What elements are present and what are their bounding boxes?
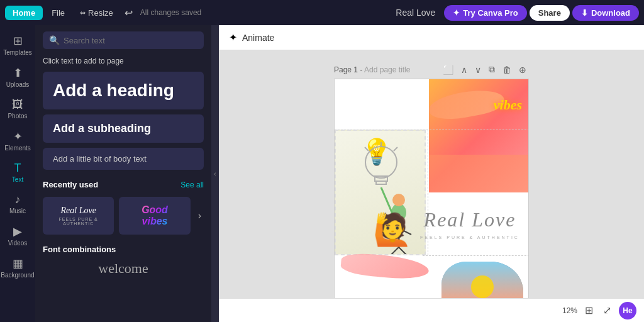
sidebar-item-videos[interactable]: ▶ Videos (2, 221, 33, 250)
sidebar-item-music[interactable]: ♪ Music (2, 189, 33, 218)
sidebar-item-photos[interactable]: 🖼 Photos (2, 94, 33, 123)
left-image (335, 130, 426, 255)
animate-bar: ✦ Animate (219, 25, 644, 50)
sidebar-label-elements: Elements (4, 145, 31, 152)
sidebar-item-text[interactable]: T Text (2, 158, 33, 187)
star-icon: ✦ (453, 8, 460, 18)
canvas-area: ✦ Animate Page 1 - Add page title ⬜ ∧ ∨ … (219, 25, 644, 322)
page1-label-row: Page 1 - Add page title ⬜ ∧ ∨ ⧉ 🗑 ⊕ (334, 63, 529, 76)
undo-button[interactable]: ↩ (122, 4, 135, 21)
page1-down-button[interactable]: ∨ (472, 63, 484, 76)
svg-line-12 (399, 247, 408, 255)
text-panel: 🔍 Click text to add to page Add a headin… (35, 25, 211, 322)
share-button[interactable]: Share (530, 5, 570, 21)
good-vibes-preview: Goodvibes (142, 204, 168, 226)
font-combinations-title: Font combinations (43, 245, 204, 254)
page1-up-button[interactable]: ∧ (458, 63, 470, 76)
autosave-status: All changes saved (140, 8, 201, 17)
bottom-bar: 12% ⊞ ⤢ He (219, 298, 644, 322)
file-menu[interactable]: File (45, 6, 71, 20)
top-nav: Home File ⇔ Resize ↩ All changes saved R… (0, 0, 644, 25)
help-button[interactable]: He (619, 302, 636, 319)
sidebar-label-uploads: Uploads (6, 81, 30, 88)
dashed-horizontal-2 (335, 130, 529, 130)
sidebar-item-uploads[interactable]: ⬆ Uploads (2, 62, 33, 92)
sidebar-item-background[interactable]: ▦ Background (2, 253, 33, 282)
see-all-button[interactable]: See all (180, 180, 204, 189)
icon-sidebar: ⊞ Templates ⬆ Uploads 🖼 Photos ✦ Element… (0, 25, 35, 322)
real-love-main-text: Real Love (416, 208, 523, 231)
search-input[interactable] (64, 36, 197, 45)
animate-icon: ✦ (229, 31, 237, 43)
add-subheading-button[interactable]: Add a subheading (43, 114, 204, 143)
vibes-text: vibes (494, 97, 522, 113)
svg-line-4 (365, 147, 369, 151)
try-canva-pro-button[interactable]: ✦ Try Canva Pro (444, 5, 526, 21)
page1-delete-button[interactable]: 🗑 (500, 63, 514, 76)
photos-icon: 🖼 (12, 98, 23, 111)
svg-point-15 (471, 275, 494, 298)
svg-line-10 (399, 228, 411, 235)
recently-used-title: Recently used (43, 180, 98, 189)
sidebar-item-elements[interactable]: ✦ Elements (2, 126, 33, 155)
add-heading-button[interactable]: Add a heading (43, 72, 204, 109)
brush-stroke-pink (340, 252, 430, 281)
sidebar-label-templates: Templates (3, 49, 32, 56)
home-button[interactable]: Home (5, 6, 43, 20)
background-icon: ▦ (13, 257, 23, 270)
sidebar-label-text: Text (12, 176, 23, 183)
search-icon: 🔍 (49, 35, 60, 45)
download-button[interactable]: ⬇ Download (572, 5, 639, 21)
real-love-preview-sub: FEELS PURE & AUTHENTIC (50, 217, 106, 226)
svg-point-7 (392, 194, 405, 206)
text-icon: T (14, 162, 21, 175)
uploads-icon: ⬆ (13, 66, 23, 80)
sidebar-label-background: Background (1, 272, 34, 279)
svg-point-6 (391, 204, 406, 221)
sidebar-label-photos: Photos (8, 113, 27, 119)
page1-view-button[interactable]: ⬜ (440, 63, 456, 76)
fullscreen-button[interactable]: ⤢ (601, 303, 614, 318)
search-bar[interactable]: 🔍 (43, 31, 204, 49)
page1-actions: ⬜ ∧ ∨ ⧉ 🗑 ⊕ (440, 63, 529, 76)
sidebar-item-templates[interactable]: ⊞ Templates (2, 30, 33, 60)
recently-used-grid: Real Love FEELS PURE & AUTHENTIC Goodvib… (43, 197, 204, 235)
scroll-right-arrow[interactable]: › (196, 208, 204, 224)
page1-add-button[interactable]: ⊕ (516, 63, 529, 76)
svg-line-9 (386, 228, 399, 235)
real-love-preview-text: Real Love (50, 206, 106, 216)
click-text-label: Click text to add to page (43, 57, 204, 65)
grid-view-button[interactable]: ⊞ (582, 303, 596, 318)
sidebar-label-music: Music (9, 208, 26, 214)
templates-icon: ⊞ (13, 34, 23, 48)
videos-icon: ▶ (13, 225, 22, 238)
zoom-level: 12% (562, 306, 577, 315)
svg-point-0 (365, 147, 397, 178)
dashed-horizontal-1 (423, 255, 529, 256)
page1-copy-button[interactable]: ⧉ (486, 63, 497, 76)
canvas-page-1[interactable]: vibes Real Love FEELS PURE & AUTHENTIC (334, 79, 529, 298)
canvas-scroll[interactable]: Page 1 - Add page title ⬜ ∧ ∨ ⧉ 🗑 ⊕ (219, 50, 644, 298)
main-layout: ⊞ Templates ⬆ Uploads 🖼 Photos ✦ Element… (0, 25, 644, 322)
page1-label: Page 1 - Add page title (334, 65, 410, 74)
bottom-right-image (441, 262, 523, 298)
project-name[interactable]: Real Love (389, 5, 441, 20)
welcome-preview: welcome (43, 260, 204, 277)
recent-item-real-love[interactable]: Real Love FEELS PURE & AUTHENTIC (43, 197, 114, 235)
sidebar-label-videos: Videos (8, 240, 27, 247)
panel-collapse-handle[interactable]: ‹ (211, 25, 219, 322)
animate-button[interactable]: Animate (242, 33, 274, 43)
svg-line-11 (389, 247, 399, 255)
resize-button[interactable]: ⇔ Resize (74, 6, 119, 20)
recently-used-section: Recently used See all (43, 180, 204, 189)
music-icon: ♪ (15, 193, 21, 206)
recent-item-good-vibes[interactable]: Goodvibes (119, 197, 190, 235)
download-icon: ⬇ (581, 8, 588, 18)
resize-icon: ⇔ (80, 9, 86, 17)
page1-content: vibes Real Love FEELS PURE & AUTHENTIC (335, 79, 529, 298)
add-body-button[interactable]: Add a little bit of body text (43, 148, 204, 170)
elements-icon: ✦ (13, 130, 23, 143)
svg-rect-2 (376, 181, 386, 184)
svg-line-5 (394, 147, 397, 151)
real-love-subtitle: FEELS PURE & AUTHENTIC (416, 235, 523, 240)
